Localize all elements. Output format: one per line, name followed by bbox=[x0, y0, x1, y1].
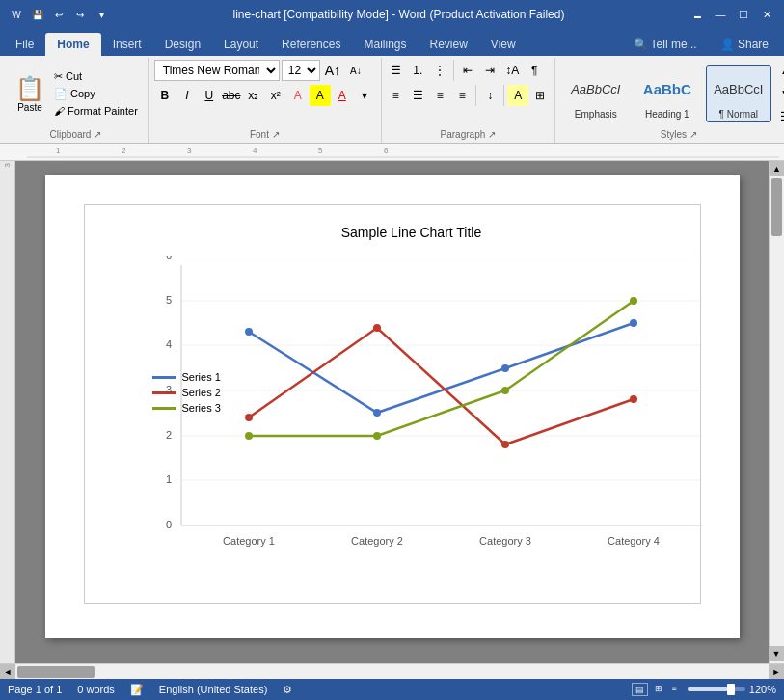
shading-button[interactable]: A bbox=[507, 85, 528, 106]
clipboard-small-buttons: ✂ Cut 📄 Copy 🖌 Format Painter bbox=[50, 68, 142, 119]
customize-quick-btn[interactable]: ▾ bbox=[93, 6, 110, 23]
normal-label: ¶ Normal bbox=[719, 109, 758, 120]
tab-review[interactable]: Review bbox=[418, 33, 478, 56]
ribbon-body: 📋 Paste ✂ Cut 📄 Copy 🖌 Format Painter Cl… bbox=[0, 56, 784, 144]
font-group: Times New Roman 12 A↑ A↓ B I U abc x₂ x²… bbox=[149, 58, 382, 143]
svg-text:5: 5 bbox=[318, 147, 323, 155]
subscript-button[interactable]: x₂ bbox=[243, 85, 264, 106]
zoom-slider[interactable] bbox=[688, 687, 745, 691]
shrink-font-btn[interactable]: A↓ bbox=[345, 60, 366, 81]
horizontal-scrollbar[interactable]: ◄ ► bbox=[0, 663, 784, 679]
s2p3 bbox=[501, 441, 509, 448]
tab-view[interactable]: View bbox=[479, 33, 527, 56]
undo-quick-btn[interactable]: ↩ bbox=[50, 6, 68, 23]
tab-insert[interactable]: Insert bbox=[101, 33, 153, 56]
svg-text:1: 1 bbox=[56, 147, 61, 155]
save-quick-btn[interactable]: 💾 bbox=[29, 6, 46, 23]
s1p3 bbox=[501, 364, 509, 372]
macro-icon[interactable]: ⚙ bbox=[283, 684, 292, 696]
language[interactable]: English (United States) bbox=[159, 684, 268, 696]
paste-icon: 📋 bbox=[15, 75, 44, 102]
grow-font-btn[interactable]: A↑ bbox=[322, 60, 343, 81]
sort-button[interactable]: ↕A bbox=[501, 60, 523, 81]
bold-button[interactable]: B bbox=[154, 85, 176, 106]
tell-me-btn[interactable]: 🔍 Tell me... bbox=[622, 33, 709, 56]
zoom-thumb[interactable] bbox=[727, 684, 735, 695]
numbering-button[interactable]: 1. bbox=[407, 60, 428, 81]
ribbon-collapse-btn[interactable]: 🗕 bbox=[688, 5, 707, 24]
styles-scroll-down[interactable]: ▼ bbox=[775, 83, 784, 104]
s1p1 bbox=[245, 328, 253, 336]
styles-expand[interactable]: ☰ bbox=[775, 106, 784, 127]
status-left: Page 1 of 1 0 words 📝 English (United St… bbox=[8, 684, 292, 696]
italic-button[interactable]: I bbox=[176, 85, 198, 106]
bullets-button[interactable]: ☰ bbox=[385, 60, 406, 81]
increase-indent-button[interactable]: ⇥ bbox=[479, 60, 500, 81]
redo-quick-btn[interactable]: ↪ bbox=[71, 6, 89, 23]
title-bar: W 💾 ↩ ↪ ▾ line-chart [Compatibility Mode… bbox=[0, 0, 784, 29]
share-btn[interactable]: 👤 Share bbox=[709, 33, 780, 56]
font-color-dropdown[interactable]: ▾ bbox=[354, 85, 375, 106]
vertical-scrollbar[interactable]: ▲ ▼ bbox=[769, 161, 784, 663]
superscript-button[interactable]: x² bbox=[265, 85, 286, 106]
zoom-controls: 120% bbox=[688, 684, 776, 695]
svg-text:Category 2: Category 2 bbox=[351, 535, 403, 547]
tab-home[interactable]: Home bbox=[45, 33, 100, 56]
minimize-btn[interactable]: — bbox=[711, 5, 730, 24]
svg-text:2: 2 bbox=[122, 147, 126, 155]
show-formatting-button[interactable]: ¶ bbox=[524, 60, 545, 81]
underline-button[interactable]: U bbox=[199, 85, 220, 106]
style-normal[interactable]: AaBbCcI ¶ Normal bbox=[706, 65, 771, 122]
scroll-right-btn[interactable]: ► bbox=[769, 664, 784, 680]
text-effects-button[interactable]: A bbox=[287, 85, 309, 106]
chart-area: Series 1 Series 2 Series 3 bbox=[133, 256, 690, 564]
style-emphasis[interactable]: AaBbCcI Emphasis bbox=[563, 65, 629, 122]
tab-references[interactable]: References bbox=[270, 33, 352, 56]
line-spacing-button[interactable]: ↕ bbox=[479, 85, 500, 106]
highlight-button[interactable]: A bbox=[310, 85, 331, 106]
zoom-level[interactable]: 120% bbox=[749, 684, 776, 695]
strikethrough-button[interactable]: abc bbox=[221, 85, 242, 106]
multilevel-list-button[interactable]: ⋮ bbox=[429, 60, 450, 81]
copy-button[interactable]: 📄 Copy bbox=[50, 86, 142, 102]
page-count: Page 1 of 1 bbox=[8, 684, 62, 696]
tab-mailings[interactable]: Mailings bbox=[352, 33, 418, 56]
align-buttons-row: ≡ ☰ ≡ ≡ ↕ A ⊞ bbox=[385, 85, 551, 106]
tab-file[interactable]: File bbox=[4, 33, 45, 56]
close-btn[interactable]: ✕ bbox=[757, 5, 776, 24]
svg-rect-0 bbox=[27, 144, 779, 161]
document-scroll-area[interactable]: Sample Line Chart Title Series 1 bbox=[15, 161, 769, 663]
decrease-indent-button[interactable]: ⇤ bbox=[457, 60, 478, 81]
title-bar-left: W 💾 ↩ ↪ ▾ bbox=[8, 6, 110, 23]
borders-button[interactable]: ⊞ bbox=[529, 85, 551, 106]
h-scroll-thumb[interactable] bbox=[17, 666, 95, 678]
s2p4 bbox=[630, 395, 637, 403]
align-center-button[interactable]: ☰ bbox=[407, 85, 428, 106]
font-size-select[interactable]: 12 bbox=[282, 60, 320, 81]
heading1-label: Heading 1 bbox=[645, 109, 689, 120]
align-right-button[interactable]: ≡ bbox=[429, 85, 450, 106]
tab-design[interactable]: Design bbox=[153, 33, 212, 56]
style-heading1[interactable]: AaBbC Heading 1 bbox=[635, 65, 700, 122]
paste-button[interactable]: 📋 Paste bbox=[10, 71, 50, 117]
cut-button[interactable]: ✂ Cut bbox=[50, 68, 142, 85]
scroll-thumb[interactable] bbox=[771, 178, 782, 236]
format-painter-button[interactable]: 🖌 Format Painter bbox=[50, 103, 142, 119]
font-color-button[interactable]: A bbox=[332, 85, 353, 106]
proofing-icon[interactable]: 📝 bbox=[130, 684, 144, 696]
justify-button[interactable]: ≡ bbox=[451, 85, 473, 106]
svg-text:4: 4 bbox=[165, 338, 171, 350]
align-left-button[interactable]: ≡ bbox=[385, 85, 406, 106]
styles-scroll-up[interactable]: ▲ bbox=[775, 60, 784, 81]
print-view-btn[interactable]: ▤ bbox=[632, 683, 648, 696]
tab-layout[interactable]: Layout bbox=[212, 33, 270, 56]
scroll-down-btn[interactable]: ▼ bbox=[769, 646, 784, 661]
svg-text:2: 2 bbox=[165, 429, 171, 441]
paragraph-group: ☰ 1. ⋮ ⇤ ⇥ ↕A ¶ ≡ ☰ ≡ ≡ ↕ A bbox=[382, 58, 555, 143]
scroll-up-btn[interactable]: ▲ bbox=[770, 161, 784, 176]
read-view-btn[interactable]: ≡ bbox=[669, 683, 680, 696]
font-family-select[interactable]: Times New Roman bbox=[154, 60, 280, 81]
maximize-btn[interactable]: ☐ bbox=[734, 5, 753, 24]
web-view-btn[interactable]: ⊞ bbox=[652, 683, 665, 696]
scroll-left-btn[interactable]: ◄ bbox=[0, 664, 15, 680]
